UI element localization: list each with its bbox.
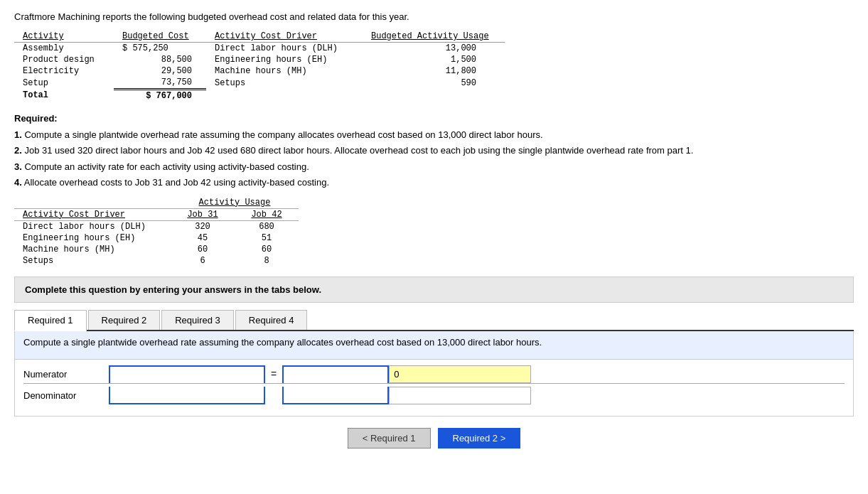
tab-required-1[interactable]: Required 1: [14, 310, 87, 331]
denominator-input[interactable]: [109, 387, 265, 404]
complete-question-box: Complete this question by entering your …: [14, 276, 854, 303]
denominator-label: Denominator: [23, 387, 109, 404]
numerator-label: Numerator: [23, 366, 109, 382]
table-row: Product design 88,500 Engineering hours …: [14, 54, 505, 65]
numerator-input[interactable]: [109, 365, 265, 383]
table-row: Machine hours (MH) 60 60: [14, 244, 299, 255]
required-item-1: 1. Compute a single plantwide overhead r…: [14, 128, 854, 142]
numerator-right-input[interactable]: [282, 365, 389, 383]
tab-required-2[interactable]: Required 2: [88, 310, 161, 330]
col-budgeted-cost: Budgeted Cost: [114, 31, 206, 43]
col-budgeted-usage: Budgeted Activity Usage: [363, 31, 505, 43]
table-row: Direct labor hours (DLH) 320 680: [14, 220, 299, 232]
table-row-total: Total $ 767,000: [14, 90, 505, 102]
col-job31-header: Job 31: [171, 208, 235, 220]
activity-usage-header: Activity Usage: [171, 197, 299, 209]
table-row: Electricity 29,500 Machine hours (MH) 11…: [14, 65, 505, 77]
tab-required-4[interactable]: Required 4: [235, 310, 308, 330]
required-item-4: 4. Allocate overhead costs to Job 31 and…: [14, 176, 854, 190]
col-activity-driver: Activity Cost Driver: [206, 31, 363, 43]
tabs-row: Required 1 Required 2 Required 3 Require…: [14, 310, 854, 331]
table-row: Engineering hours (EH) 45 51: [14, 232, 299, 244]
required-heading: Required:: [14, 112, 854, 126]
tab-description: Compute a single plantwide overhead rate…: [23, 337, 845, 348]
intro-text: Craftmore Machining reports the followin…: [14, 11, 854, 22]
table-row: Assembly $ 575,250 Direct labor hours (D…: [14, 43, 505, 55]
overhead-table: Activity Budgeted Cost Activity Cost Dri…: [14, 31, 505, 102]
required-section: Required: 1. Compute a single plantwide …: [14, 112, 854, 190]
next-button[interactable]: Required 2 >: [438, 428, 521, 449]
required-item-3: 3. Compute an activity rate for each act…: [14, 160, 854, 174]
equals-sign-numerator: =: [265, 368, 282, 380]
table-row: Setups 6 8: [14, 255, 299, 267]
prev-button[interactable]: < Required 1: [348, 428, 431, 449]
denominator-right-input[interactable]: [282, 387, 389, 404]
numerator-row: Numerator =: [23, 365, 845, 384]
activity-usage-table: Activity Usage Activity Cost Driver Job …: [14, 197, 299, 267]
tab-required-3[interactable]: Required 3: [161, 310, 234, 330]
col-activity: Activity: [14, 31, 114, 43]
required-item-2: 2. Job 31 used 320 direct labor hours an…: [14, 144, 854, 158]
nav-buttons: < Required 1 Required 2 >: [14, 428, 854, 449]
col-job42-header: Job 42: [235, 208, 299, 220]
denominator-row: Denominator =: [23, 387, 845, 404]
col-driver-header: Activity Cost Driver: [14, 208, 171, 220]
tab-content-box: Compute a single plantwide overhead rate…: [14, 331, 854, 360]
denominator-result[interactable]: [389, 387, 531, 404]
table-row: Setup 73,750 Setups 590: [14, 77, 505, 90]
required-content: Numerator = Denominator =: [14, 360, 854, 417]
numerator-result[interactable]: [389, 365, 531, 383]
